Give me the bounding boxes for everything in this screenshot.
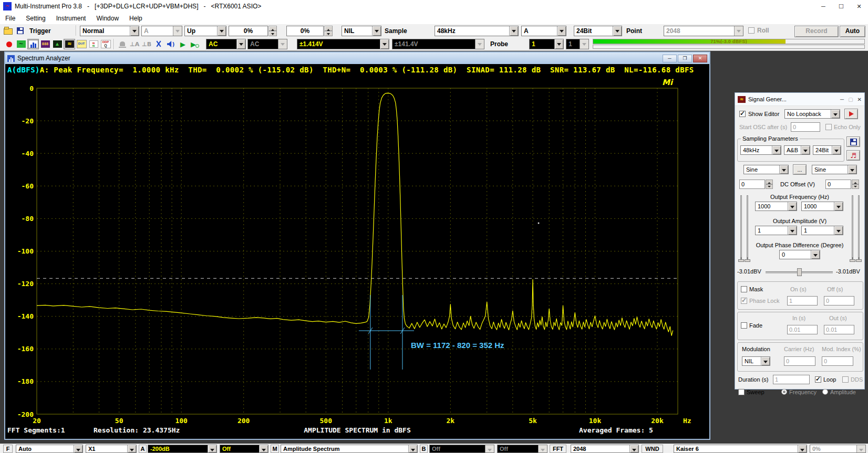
window-function-combo[interactable]: Kaiser 6 bbox=[674, 445, 807, 453]
more-options-button[interactable]: ... bbox=[793, 164, 807, 175]
menu-window[interactable]: Window bbox=[91, 15, 124, 22]
view-mode-combo[interactable]: Amplitude Spectrum bbox=[281, 445, 418, 453]
spinner-buttons[interactable] bbox=[268, 26, 277, 36]
chevron-down-icon[interactable] bbox=[788, 226, 797, 235]
auto-button[interactable]: Auto bbox=[840, 26, 865, 37]
play-loop-button[interactable]: ▶ bbox=[189, 39, 201, 49]
spin-up-icon[interactable] bbox=[766, 180, 773, 184]
close-button[interactable]: ✕ bbox=[857, 97, 862, 102]
chevron-down-icon[interactable] bbox=[788, 202, 797, 210]
zoom-combo[interactable]: X1 bbox=[86, 445, 137, 453]
balance-slider-handle[interactable] bbox=[797, 268, 802, 276]
slider-handle[interactable] bbox=[738, 259, 744, 262]
spin-down-icon[interactable] bbox=[852, 184, 859, 189]
phase-combo[interactable]: 0 bbox=[779, 250, 820, 259]
chevron-down-icon[interactable] bbox=[811, 250, 820, 259]
dc-offset-b-spinner[interactable]: 0 bbox=[825, 180, 859, 189]
save-signal-button[interactable] bbox=[846, 136, 860, 147]
menu-setting[interactable]: Setting bbox=[20, 15, 50, 22]
bit-depth-combo[interactable]: 24Bit bbox=[574, 26, 622, 36]
spin-down-icon[interactable] bbox=[766, 184, 773, 189]
slider-handle[interactable] bbox=[856, 259, 862, 262]
loop-checkbox[interactable] bbox=[815, 376, 821, 383]
menu-file[interactable]: File bbox=[0, 15, 20, 22]
stop-run-button[interactable] bbox=[3, 39, 15, 49]
chevron-down-icon[interactable] bbox=[629, 445, 638, 452]
bandwidth-markers[interactable] bbox=[359, 295, 414, 370]
trigger-mode-combo[interactable]: Normal bbox=[80, 26, 139, 36]
chevron-down-icon[interactable] bbox=[613, 26, 622, 36]
mask-checkbox[interactable] bbox=[741, 286, 747, 292]
slider-handle[interactable] bbox=[745, 259, 750, 262]
frequency-a-combo[interactable]: 1000 bbox=[755, 202, 797, 211]
chevron-down-icon[interactable] bbox=[834, 202, 843, 210]
derived-data-button[interactable]: ≈≈ bbox=[88, 39, 99, 49]
restore-button[interactable]: ❐ bbox=[678, 55, 692, 62]
signal-generator-titlebar[interactable]: ≈ Signal Gener... ─ ▢ ✕ bbox=[735, 93, 864, 106]
spin-up-icon[interactable] bbox=[324, 26, 333, 31]
chevron-down-icon[interactable] bbox=[208, 445, 216, 452]
oscilloscope-button[interactable]: ~ bbox=[15, 39, 27, 49]
spinner-buttons[interactable] bbox=[324, 26, 333, 36]
chevron-down-icon[interactable] bbox=[772, 146, 781, 154]
run-generator-button[interactable] bbox=[844, 109, 858, 119]
chevron-down-icon[interactable] bbox=[380, 39, 389, 49]
chevron-down-icon[interactable] bbox=[831, 110, 840, 118]
spin-down-icon[interactable] bbox=[268, 31, 277, 36]
trigger-edge-combo[interactable]: Up bbox=[184, 26, 226, 36]
spin-down-icon[interactable] bbox=[324, 31, 333, 36]
generator-rate-combo[interactable]: 48kHz bbox=[740, 145, 781, 155]
minimize-button[interactable]: ─ bbox=[840, 97, 844, 102]
signal-generator-button[interactable]: ≈ bbox=[64, 39, 75, 49]
chevron-down-icon[interactable] bbox=[834, 226, 843, 235]
menu-instrument[interactable]: Instrument bbox=[51, 15, 91, 22]
open-file-button[interactable] bbox=[2, 25, 14, 36]
coupling-a-combo[interactable]: AC bbox=[206, 39, 246, 49]
spectrum-analyzer-button[interactable] bbox=[27, 39, 39, 49]
minimize-button[interactable]: ─ bbox=[663, 55, 677, 62]
fft-size-combo[interactable]: 2048 bbox=[571, 445, 639, 453]
sample-rate-combo[interactable]: 48kHz bbox=[435, 26, 519, 36]
chevron-down-icon[interactable] bbox=[217, 26, 226, 36]
generator-channels-combo[interactable]: A&B bbox=[784, 145, 810, 155]
sound-output-button[interactable]: ) bbox=[165, 39, 177, 49]
extract-button[interactable] bbox=[153, 39, 164, 49]
range-a-combo[interactable]: ±1.414V bbox=[297, 39, 389, 49]
chevron-down-icon[interactable] bbox=[509, 26, 518, 36]
chevron-down-icon[interactable] bbox=[259, 445, 268, 452]
extra-a-combo[interactable]: Off bbox=[220, 445, 268, 453]
menu-help[interactable]: Help bbox=[124, 15, 148, 22]
close-button[interactable]: ✕ bbox=[850, 0, 868, 13]
chevron-down-icon[interactable] bbox=[74, 445, 82, 452]
chevron-down-icon[interactable] bbox=[779, 165, 788, 174]
trigger-delay-spinner[interactable]: 0% bbox=[286, 26, 333, 36]
minimize-button[interactable]: ─ bbox=[814, 0, 832, 13]
chevron-down-icon[interactable] bbox=[848, 165, 856, 174]
spinner-buttons[interactable] bbox=[852, 180, 859, 189]
dc-offset-a-spinner[interactable]: 0 bbox=[739, 180, 773, 189]
sample-channel-combo[interactable]: A bbox=[521, 26, 566, 36]
trigger-delay-value[interactable]: 0% bbox=[286, 26, 324, 36]
range-a-display-combo[interactable]: -200dB bbox=[148, 445, 217, 453]
trigger-level-value[interactable]: 0% bbox=[229, 26, 268, 36]
spectrum-3d-plot-button[interactable]: ▲ bbox=[51, 39, 63, 49]
dc-offset-b-value[interactable]: 0 bbox=[825, 180, 851, 189]
pretrigger-combo[interactable]: NIL bbox=[342, 26, 381, 36]
waveform-a-combo[interactable]: Sine bbox=[743, 165, 789, 174]
device-test-plan-button[interactable]: DUT bbox=[76, 39, 87, 49]
spin-up-icon[interactable] bbox=[268, 26, 277, 31]
chevron-down-icon[interactable] bbox=[761, 357, 770, 365]
music-score-button[interactable]: ♬ bbox=[846, 150, 860, 161]
chevron-down-icon[interactable] bbox=[557, 26, 566, 36]
chevron-down-icon[interactable] bbox=[130, 26, 139, 36]
probe-a-combo[interactable]: 1 bbox=[529, 39, 564, 49]
frequency-b-combo[interactable]: 1000 bbox=[801, 202, 843, 211]
multimeter-button[interactable]: 888 bbox=[39, 39, 51, 49]
play-button[interactable]: ▶ bbox=[177, 39, 189, 49]
amplitude-b-combo[interactable]: 1 bbox=[801, 226, 843, 235]
close-button[interactable]: ✕ bbox=[693, 55, 707, 62]
generator-bits-combo[interactable]: 24Bit bbox=[813, 145, 841, 155]
chevron-down-icon[interactable] bbox=[236, 39, 245, 49]
show-editor-checkbox[interactable] bbox=[739, 111, 746, 117]
loopback-combo[interactable]: No Loopback bbox=[784, 109, 840, 119]
